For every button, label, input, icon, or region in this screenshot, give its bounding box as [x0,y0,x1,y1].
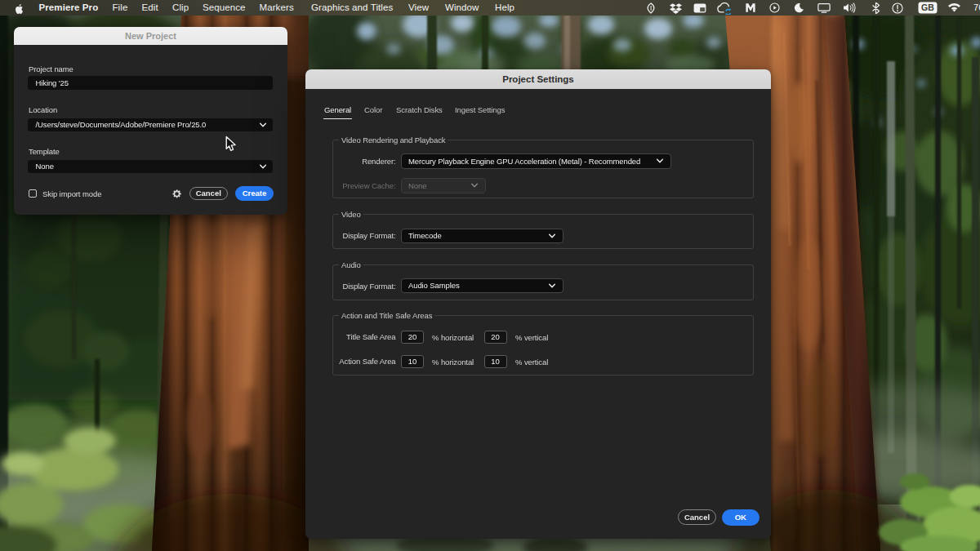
svg-text:GB: GB [921,2,934,12]
